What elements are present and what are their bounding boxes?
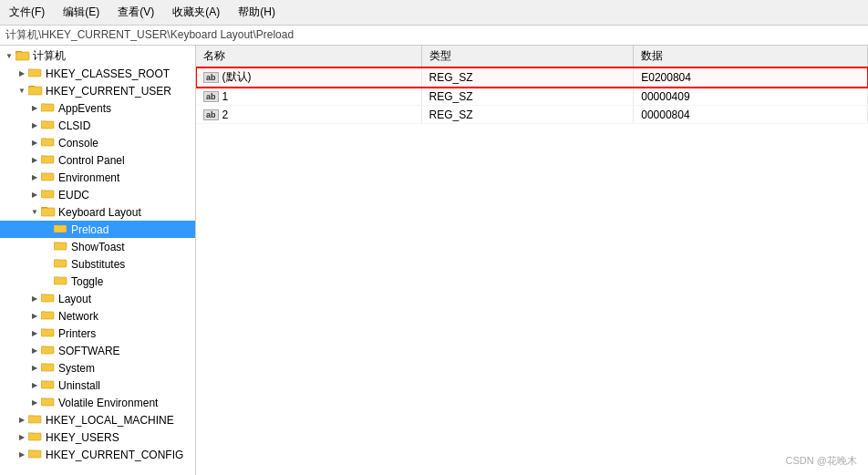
tree-label-printers: Printers — [58, 327, 96, 340]
folder-icon-preload — [54, 222, 68, 237]
folder-icon-keyboardlayout — [41, 204, 56, 220]
folder-icon-hklm — [28, 412, 43, 428]
folder-icon-hku — [28, 429, 43, 445]
tree-item-console[interactable]: ▶ Console — [0, 134, 195, 151]
tree-label-volatile: Volatile Environment — [58, 397, 158, 409]
tree-item-uninstall[interactable]: ▶ Uninstall — [0, 377, 195, 394]
cell-data-2: 00000804 — [634, 106, 868, 124]
arrow-uninstall: ▶ — [29, 380, 40, 391]
tree-label-environment: Environment — [58, 171, 119, 184]
arrow-console: ▶ — [29, 138, 40, 149]
tree-label-system: System — [58, 362, 95, 375]
tree-panel[interactable]: ▼ 计算机▶ HKEY_CLASSES_ROOT▼ HKEY_CURRENT_U… — [0, 46, 196, 475]
cell-data-1: 00000409 — [634, 88, 868, 106]
tree-item-hkcu[interactable]: ▼ HKEY_CURRENT_USER — [0, 82, 195, 99]
svg-rect-8 — [41, 121, 54, 129]
tree-item-controlpanel[interactable]: ▶ Control Panel — [0, 151, 195, 169]
cell-name-2: ab2 — [196, 106, 421, 124]
svg-rect-1 — [16, 52, 29, 60]
tree-item-hku[interactable]: ▶ HKEY_USERS — [0, 429, 195, 446]
tree-item-preload[interactable]: Preload — [0, 221, 195, 238]
tree-label-showtoast: ShowToast — [71, 241, 125, 253]
tree-label-controlpanel: Control Panel — [58, 154, 125, 167]
tree-label-hkcr: HKEY_CLASSES_ROOT — [46, 67, 170, 80]
tree-item-printers[interactable]: ▶ Printers — [0, 325, 195, 342]
menu-help[interactable]: 帮助(H) — [232, 3, 281, 22]
table-row[interactable]: ab1REG_SZ00000409 — [196, 88, 868, 106]
tree-label-appevents: AppEvents — [58, 102, 111, 115]
arrow-computer: ▼ — [4, 51, 15, 62]
arrow-layout: ▶ — [29, 294, 40, 305]
tree-item-hklm[interactable]: ▶ HKEY_LOCAL_MACHINE — [0, 411, 195, 429]
menu-favorites[interactable]: 收藏夹(A) — [167, 3, 225, 22]
arrow-printers: ▶ — [29, 328, 40, 339]
menu-view[interactable]: 查看(V) — [112, 3, 160, 22]
folder-icon-layout — [41, 291, 56, 306]
tree-item-system[interactable]: ▶ System — [0, 359, 195, 377]
table-header-row: 名称 类型 数据 — [196, 46, 868, 67]
arrow-software: ▶ — [29, 346, 40, 356]
watermark: CSDN @花晚木 — [786, 454, 857, 468]
tree-label-uninstall: Uninstall — [58, 379, 100, 392]
svg-rect-26 — [41, 398, 54, 406]
folder-icon-controlpanel — [41, 152, 56, 168]
tree-item-showtoast[interactable]: ShowToast — [0, 238, 195, 255]
svg-rect-5 — [28, 87, 42, 95]
tree-item-layout[interactable]: ▶ Layout — [0, 290, 195, 307]
svg-rect-25 — [41, 381, 54, 388]
tree-item-clsid[interactable]: ▶ CLSID — [0, 117, 195, 134]
svg-rect-20 — [41, 294, 54, 302]
arrow-eudc: ▶ — [29, 190, 40, 201]
arrow-appevents: ▶ — [29, 103, 40, 114]
tree-item-environment[interactable]: ▶ Environment — [0, 169, 195, 186]
arrow-toggle — [42, 276, 53, 287]
cell-type-1: REG_SZ — [421, 88, 634, 106]
folder-icon-uninstall — [41, 377, 56, 393]
folder-icon-hkcu — [28, 83, 43, 98]
folder-icon-computer — [16, 48, 30, 64]
address-bar: 计算机\HKEY_CURRENT_USER\Keyboard Layout\Pr… — [0, 26, 868, 46]
tree-item-substitutes[interactable]: Substitutes — [0, 255, 195, 273]
svg-rect-29 — [28, 450, 41, 458]
menu-file[interactable]: 文件(F) — [4, 3, 50, 22]
arrow-substitutes — [42, 259, 53, 270]
svg-rect-9 — [41, 139, 54, 146]
tree-item-computer[interactable]: ▼ 计算机 — [0, 47, 195, 65]
table-row[interactable]: ab(默认)REG_SZE0200804 — [196, 67, 868, 88]
svg-rect-3 — [28, 69, 41, 77]
tree-item-appevents[interactable]: ▶ AppEvents — [0, 99, 195, 117]
folder-icon-printers — [41, 325, 56, 341]
tree-item-software[interactable]: ▶ SOFTWARE — [0, 342, 195, 359]
tree-item-keyboardlayout[interactable]: ▼ Keyboard Layout — [0, 203, 195, 221]
svg-rect-18 — [54, 260, 67, 267]
col-type: 类型 — [421, 46, 634, 67]
tree-label-layout: Layout — [58, 293, 91, 305]
ab-icon: ab — [203, 109, 219, 120]
menu-edit[interactable]: 编辑(E) — [57, 3, 105, 22]
tree-label-hkcu: HKEY_CURRENT_USER — [46, 85, 171, 98]
arrow-hklm: ▶ — [16, 415, 27, 426]
tree-item-eudc[interactable]: ▶ EUDC — [0, 186, 195, 203]
arrow-network: ▶ — [29, 311, 40, 322]
svg-rect-16 — [54, 225, 67, 232]
tree-label-substitutes: Substitutes — [71, 258, 125, 271]
arrow-volatile: ▶ — [29, 398, 40, 408]
svg-rect-10 — [41, 156, 54, 163]
tree-item-network[interactable]: ▶ Network — [0, 307, 195, 325]
tree-item-volatile[interactable]: ▶ Volatile Environment — [0, 394, 195, 411]
table-row[interactable]: ab2REG_SZ00000804 — [196, 106, 868, 124]
folder-icon-volatile — [41, 395, 56, 410]
folder-icon-eudc — [41, 187, 56, 202]
svg-rect-21 — [41, 312, 54, 319]
tree-label-toggle: Toggle — [71, 275, 103, 288]
folder-icon-appevents — [41, 100, 56, 116]
tree-item-hkcr[interactable]: ▶ HKEY_CLASSES_ROOT — [0, 65, 195, 82]
col-name: 名称 — [196, 46, 421, 67]
folder-icon-showtoast — [54, 239, 68, 254]
tree-item-toggle[interactable]: Toggle — [0, 273, 195, 290]
folder-icon-hkcr — [28, 66, 43, 81]
tree-item-hkcc[interactable]: ▶ HKEY_CURRENT_CONFIG — [0, 446, 195, 463]
cell-type-2: REG_SZ — [421, 106, 634, 124]
arrow-hkcu: ▼ — [16, 86, 27, 97]
menu-bar: 文件(F) 编辑(E) 查看(V) 收藏夹(A) 帮助(H) — [0, 0, 868, 26]
